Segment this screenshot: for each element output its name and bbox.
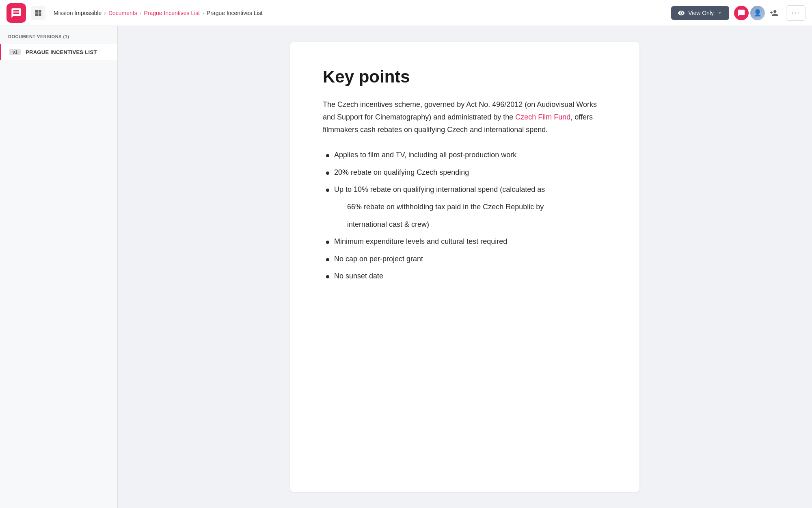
- bullet-dot: [326, 241, 329, 244]
- sidebar: DOCUMENT VERSIONS (1) v1 PRAGUE INCENTIV…: [0, 26, 118, 508]
- document-intro: The Czech incentives scheme, governed by…: [323, 98, 607, 136]
- avatar-initials[interactable]: [734, 6, 749, 20]
- list-sub-item: 66% rebate on withholding tax paid in th…: [323, 201, 607, 213]
- list-item: No cap on per-project grant: [323, 253, 607, 265]
- avatar-photo-inner: 👤: [750, 6, 765, 20]
- list-item: Minimum expenditure levels and cultural …: [323, 235, 607, 248]
- nav-grid-icon: [34, 9, 42, 17]
- chat-bubble-icon: [737, 9, 745, 17]
- topbar: Mission Impossible › Documents › Prague …: [0, 0, 812, 26]
- document-title: Key points: [323, 67, 607, 87]
- bullet-text: international cast & crew): [347, 220, 429, 228]
- list-item: 20% rebate on qualifying Czech spending: [323, 166, 607, 179]
- bullet-list: Applies to film and TV, including all po…: [323, 149, 607, 282]
- bullet-dot: [326, 275, 329, 278]
- sidebar-item-prague-incentives[interactable]: v1 PRAGUE INCENTIVES LIST: [0, 44, 117, 60]
- list-item: Up to 10% rebate on qualifying internati…: [323, 183, 607, 196]
- chat-icon: [11, 7, 22, 19]
- sidebar-header: DOCUMENT VERSIONS (1): [0, 26, 117, 44]
- bullet-text: Minimum expenditure levels and cultural …: [334, 235, 507, 248]
- bullet-dot: [326, 189, 329, 192]
- czech-film-fund-link[interactable]: Czech Film Fund: [515, 113, 570, 121]
- add-person-icon: [769, 9, 778, 17]
- bullet-text: Applies to film and TV, including all po…: [334, 149, 516, 161]
- view-only-button[interactable]: View Only: [671, 6, 729, 20]
- list-sub-item: international cast & crew): [323, 218, 607, 231]
- document-card: Key points The Czech incentives scheme, …: [290, 42, 639, 492]
- bullet-text: No cap on per-project grant: [334, 253, 423, 265]
- topbar-right: 👤 ···: [734, 5, 806, 21]
- more-button[interactable]: ···: [786, 5, 806, 21]
- breadcrumb-prague-incentives[interactable]: Prague Incentives List: [144, 10, 200, 16]
- nav-icon[interactable]: [31, 6, 45, 20]
- bullet-text: Up to 10% rebate on qualifying internati…: [334, 183, 545, 196]
- bullet-dot: [326, 154, 329, 157]
- bullet-text: 20% rebate on qualifying Czech spending: [334, 166, 469, 179]
- list-item: No sunset date: [323, 270, 607, 282]
- bullet-text: 66% rebate on withholding tax paid in th…: [347, 203, 544, 211]
- version-badge: v1: [9, 49, 21, 55]
- bullet-dot: [326, 172, 329, 175]
- breadcrumb: Mission Impossible › Documents › Prague …: [54, 10, 666, 16]
- user-add-icon[interactable]: [767, 6, 781, 20]
- breadcrumb-sep-3: ›: [202, 10, 204, 16]
- bullet-text: No sunset date: [334, 270, 383, 282]
- breadcrumb-documents[interactable]: Documents: [108, 10, 137, 16]
- app-logo[interactable]: [6, 3, 26, 23]
- bullet-dot: [326, 258, 329, 261]
- sidebar-item-label: PRAGUE INCENTIVES LIST: [26, 49, 97, 55]
- eye-icon: [678, 9, 685, 17]
- avatar-photo[interactable]: 👤: [750, 6, 765, 20]
- content-area: Key points The Czech incentives scheme, …: [118, 26, 812, 508]
- breadcrumb-sep-1: ›: [104, 10, 106, 16]
- list-item: Applies to film and TV, including all po…: [323, 149, 607, 161]
- avatar-group: 👤: [734, 6, 781, 20]
- breadcrumb-sep-2: ›: [140, 10, 142, 16]
- chevron-down-icon: [717, 10, 723, 16]
- view-only-label: View Only: [688, 10, 714, 16]
- main-area: DOCUMENT VERSIONS (1) v1 PRAGUE INCENTIV…: [0, 26, 812, 508]
- breadcrumb-current: Prague Incentives List: [207, 10, 263, 16]
- breadcrumb-mission-impossible: Mission Impossible: [54, 10, 102, 16]
